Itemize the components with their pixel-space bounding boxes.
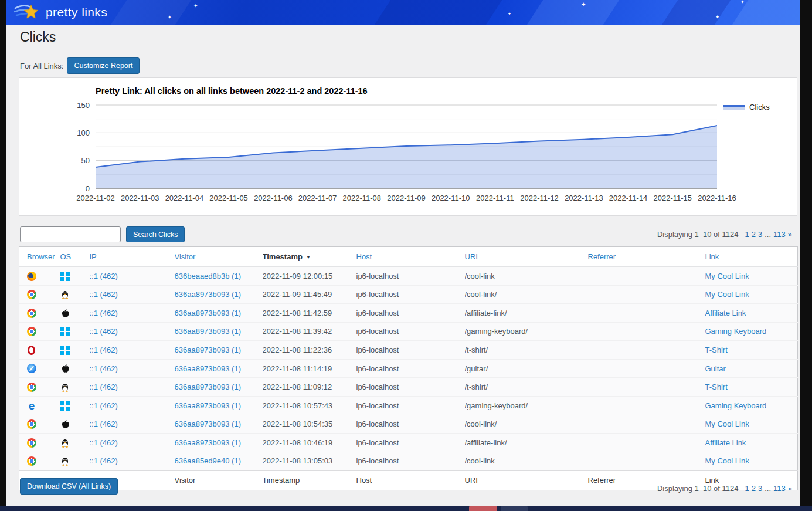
taskbar-dark-chip xyxy=(501,506,528,511)
column-header-link[interactable]: Link xyxy=(705,252,719,261)
browser-cell xyxy=(19,359,60,378)
pagination-page-1[interactable]: 1 xyxy=(745,484,749,493)
ip-link[interactable]: ::1 (462) xyxy=(90,438,118,447)
sort-desc-icon: ▼ xyxy=(306,255,311,260)
ip-link[interactable]: ::1 (462) xyxy=(90,364,118,373)
pretty-link-name-link[interactable]: My Cool Link xyxy=(705,272,749,280)
ip-cell: ::1 (462) xyxy=(90,267,175,286)
ip-link[interactable]: ::1 (462) xyxy=(90,456,118,465)
visitor-link[interactable]: 636aa8973b093 (1) xyxy=(175,419,242,428)
column-header-referrer[interactable]: Referrer xyxy=(588,252,616,261)
pretty-links-banner: pretty links xyxy=(6,0,800,25)
column-header-uri[interactable]: URI xyxy=(465,252,478,261)
referrer-cell xyxy=(588,267,705,286)
uri-cell: /affiliate-link/ xyxy=(465,434,588,452)
ip-link[interactable]: ::1 (462) xyxy=(90,383,118,391)
visitor-link[interactable]: 636aa8973b093 (1) xyxy=(175,309,242,317)
sparkle-icon xyxy=(715,15,720,20)
referrer-cell xyxy=(588,434,705,452)
pretty-link-name-link[interactable]: Affiliate Link xyxy=(705,309,746,317)
pagination-page-3[interactable]: 3 xyxy=(758,230,762,239)
pretty-link-name-link[interactable]: Gaming Keyboard xyxy=(705,327,767,336)
pretty-link-name-link[interactable]: Guitar xyxy=(705,364,726,373)
host-cell: ip6-localhost xyxy=(356,452,465,471)
visitor-cell: 636aa8973b093 (1) xyxy=(175,434,263,452)
visitor-link[interactable]: 636aa8973b093 (1) xyxy=(175,364,242,373)
table-toolbar-bottom: Download CSV (All Links) Displaying 1–10… xyxy=(20,478,793,497)
ip-link[interactable]: ::1 (462) xyxy=(90,346,118,354)
linux-icon xyxy=(60,290,70,299)
column-header-ip[interactable]: IP xyxy=(90,252,97,261)
ip-link[interactable]: ::1 (462) xyxy=(90,327,118,336)
pagination-page-2[interactable]: 2 xyxy=(752,230,756,239)
referrer-cell xyxy=(588,304,705,323)
uri-cell: /cool-link xyxy=(465,452,588,471)
visitor-link[interactable]: 636aa8973b093 (1) xyxy=(175,290,242,299)
visitor-link[interactable]: 636aa8973b093 (1) xyxy=(175,438,242,447)
pretty-link-name-link[interactable]: Affiliate Link xyxy=(705,438,746,447)
visitor-cell: 636aa85ed9e40 (1) xyxy=(175,452,263,471)
ip-link[interactable]: ::1 (462) xyxy=(90,309,118,317)
download-csv-button[interactable]: Download CSV (All Links) xyxy=(20,478,118,495)
browser-cell xyxy=(19,452,60,471)
visitor-link[interactable]: 636aa8973b093 (1) xyxy=(175,346,242,354)
column-header-os[interactable]: OS xyxy=(60,252,72,261)
os-cell xyxy=(60,304,90,323)
svg-text:2022-11-11: 2022-11-11 xyxy=(476,194,514,202)
timestamp-cell: 2022-11-08 13:05:03 xyxy=(263,452,356,471)
search-clicks-button[interactable]: Search Clicks xyxy=(126,226,185,242)
ip-link[interactable]: ::1 (462) xyxy=(90,290,118,299)
sparkle-icon xyxy=(740,0,745,5)
pretty-link-name-link[interactable]: Gaming Keyboard xyxy=(705,401,767,410)
search-clicks-input[interactable] xyxy=(20,226,121,242)
pretty-link-name-link[interactable]: My Cool Link xyxy=(705,290,749,299)
windows-icon xyxy=(60,401,70,411)
pretty-link-name-link[interactable]: My Cool Link xyxy=(705,419,749,428)
pagination-page-3[interactable]: 3 xyxy=(758,484,762,493)
browser-cell xyxy=(19,415,60,434)
visitor-link[interactable]: 636aa8973b093 (1) xyxy=(175,401,242,410)
svg-text:2022-11-08: 2022-11-08 xyxy=(343,194,382,202)
pretty-link-name-link[interactable]: T-Shirt xyxy=(705,383,728,391)
ip-cell: ::1 (462) xyxy=(90,322,175,341)
svg-text:2022-11-14: 2022-11-14 xyxy=(609,194,648,202)
pretty-link-name-link[interactable]: T-Shirt xyxy=(705,346,728,354)
pagination-top: Displaying 1–10 of 1124123...113» xyxy=(657,230,793,239)
column-header-timestamp[interactable]: Timestamp xyxy=(263,252,303,261)
browser-cell xyxy=(19,378,60,397)
click-row: ::1 (462) 636beaaed8b3b (1) 2022-11-09 1… xyxy=(19,267,798,286)
click-row: ::1 (462) 636aa8973b093 (1) 2022-11-08 1… xyxy=(19,304,798,323)
link-cell: My Cool Link xyxy=(705,415,798,434)
timestamp-cell: 2022-11-08 11:09:12 xyxy=(263,378,356,397)
visitor-link[interactable]: 636aa8973b093 (1) xyxy=(175,383,242,391)
pagination-page-2[interactable]: 2 xyxy=(752,484,756,493)
chrome-icon xyxy=(27,290,36,299)
os-cell xyxy=(60,434,90,452)
pagination-next[interactable]: » xyxy=(788,484,792,493)
visitor-link[interactable]: 636aa8973b093 (1) xyxy=(175,327,242,336)
column-header-visitor[interactable]: Visitor xyxy=(175,252,196,261)
column-header-host[interactable]: Host xyxy=(356,252,372,261)
link-cell: My Cool Link xyxy=(705,285,798,304)
visitor-link[interactable]: 636beaaed8b3b (1) xyxy=(175,272,242,280)
ip-cell: ::1 (462) xyxy=(90,285,175,304)
screen: pretty links Clicks For All Links: Custo… xyxy=(0,0,812,511)
ip-link[interactable]: ::1 (462) xyxy=(90,401,118,410)
pagination-next[interactable]: » xyxy=(788,230,792,239)
ip-link[interactable]: ::1 (462) xyxy=(90,272,118,280)
chrome-icon xyxy=(27,327,36,336)
svg-text:2022-11-12: 2022-11-12 xyxy=(520,194,559,202)
sparkle-icon xyxy=(508,12,511,16)
legend-clicks-swatch-icon xyxy=(723,105,745,110)
host-cell: ip6-localhost xyxy=(356,434,465,452)
pagination-page-113[interactable]: 113 xyxy=(773,230,786,239)
visitor-link[interactable]: 636aa85ed9e40 (1) xyxy=(175,456,242,465)
ip-link[interactable]: ::1 (462) xyxy=(90,419,118,428)
column-header-browser[interactable]: Browser xyxy=(27,252,55,261)
pagination-page-1[interactable]: 1 xyxy=(745,230,749,239)
customize-report-button[interactable]: Customize Report xyxy=(67,57,140,74)
click-row: ::1 (462) 636aa8973b093 (1) 2022-11-08 1… xyxy=(19,434,798,452)
browser-cell xyxy=(19,396,60,415)
pretty-link-name-link[interactable]: My Cool Link xyxy=(705,456,749,465)
pagination-page-113[interactable]: 113 xyxy=(773,484,786,493)
